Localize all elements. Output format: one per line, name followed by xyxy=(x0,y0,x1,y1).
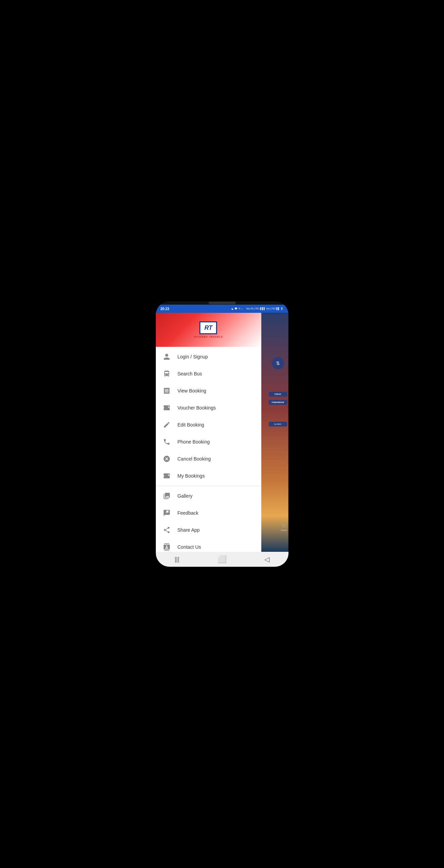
company-name: RISHABH TRAVELS xyxy=(194,335,223,338)
status-time: 20:23 xyxy=(161,307,169,311)
voucher-icon xyxy=(162,403,171,413)
contact-icon xyxy=(162,542,171,552)
search-bus-label: Search Bus xyxy=(178,371,202,376)
gallery-label: Gallery xyxy=(178,493,193,499)
back-nav-button[interactable]: ◁ xyxy=(264,555,269,563)
menu-item-login[interactable]: Login / Signup xyxy=(156,348,261,365)
person-icon xyxy=(162,352,171,361)
receipt-icon xyxy=(162,386,171,396)
notch-bar xyxy=(156,301,289,305)
gallery-icon xyxy=(162,491,171,501)
cancel-icon xyxy=(162,454,171,464)
today-button[interactable]: TODAY xyxy=(269,392,287,397)
right-panel: ⇅ TODAY TOMORROW ELINES ⎋ Share xyxy=(267,313,289,552)
feedback-icon xyxy=(162,508,171,518)
logo-container: RT RISHABH TRAVELS xyxy=(194,321,223,338)
logo-text: RT xyxy=(204,324,213,332)
menu-nav-button[interactable]: ||| xyxy=(175,556,179,563)
menu-item-phone-booking[interactable]: Phone Booking xyxy=(156,433,261,450)
menu-item-contact-us[interactable]: Contact Us xyxy=(156,539,261,552)
phone-frame: 20:23 ◣ 💬 ↻ • Vo) 4G LTE1 ▌▌▌ Vo) LTE2 ▌… xyxy=(156,301,289,567)
menu-list: Login / Signup Search Bus xyxy=(156,347,261,552)
screen: 20:23 ◣ 💬 ↻ • Vo) 4G LTE1 ▌▌▌ Vo) LTE2 ▌… xyxy=(156,305,289,567)
status-bar: 20:23 ◣ 💬 ↻ • Vo) 4G LTE1 ▌▌▌ Vo) LTE2 ▌… xyxy=(156,305,289,313)
status-icons: ◣ 💬 ↻ • Vo) 4G LTE1 ▌▌▌ Vo) LTE2 ▌▌ 🔋 xyxy=(232,307,284,310)
drawer-header: RT RISHABH TRAVELS xyxy=(156,313,261,347)
menu-item-view-booking[interactable]: View Booking xyxy=(156,382,261,399)
share-icon: ⎋ xyxy=(282,522,286,529)
dot-icon: • xyxy=(242,308,242,310)
signal-icon: ◣ xyxy=(232,307,233,310)
menu-item-cancel-booking[interactable]: Cancel Booking xyxy=(156,450,261,467)
my-bookings-icon xyxy=(162,471,171,481)
message-icon: 💬 xyxy=(234,307,237,310)
cancel-booking-label: Cancel Booking xyxy=(178,456,211,462)
menu-item-feedback[interactable]: Feedback xyxy=(156,504,261,521)
content-area: ⇅ TODAY TOMORROW ELINES ⎋ Share RT xyxy=(156,313,289,552)
phone-booking-label: Phone Booking xyxy=(178,439,210,445)
sync-icon: ↻ xyxy=(239,307,241,310)
view-booking-label: View Booking xyxy=(178,388,207,393)
bus-icon xyxy=(162,369,171,379)
menu-item-voucher-bookings[interactable]: Voucher Bookings xyxy=(156,399,261,416)
menu-item-edit-booking[interactable]: Edit Booking xyxy=(156,416,261,433)
share-app-label: Share App xyxy=(178,527,200,533)
share-button[interactable]: ⎋ Share xyxy=(281,522,287,531)
feedback-label: Feedback xyxy=(178,510,198,516)
login-label: Login / Signup xyxy=(178,354,208,359)
navigation-bar: ||| ⬜ ◁ xyxy=(156,552,289,567)
edit-booking-label: Edit Booking xyxy=(178,422,204,428)
menu-item-my-bookings[interactable]: My Bookings xyxy=(156,467,261,484)
guidelines-button[interactable]: ELINES xyxy=(269,422,287,427)
voucher-bookings-label: Voucher Bookings xyxy=(178,405,216,411)
logo-box: RT xyxy=(199,321,217,334)
menu-section-secondary: Gallery Feedback xyxy=(156,486,261,552)
pencil-icon xyxy=(162,420,171,430)
my-bookings-label: My Bookings xyxy=(178,473,205,479)
menu-item-gallery[interactable]: Gallery xyxy=(156,487,261,504)
tomorrow-button[interactable]: TOMORROW xyxy=(269,400,287,405)
swap-button[interactable]: ⇅ xyxy=(272,357,284,369)
share-app-icon xyxy=(162,525,171,535)
phone-icon xyxy=(162,437,171,447)
menu-item-search-bus[interactable]: Search Bus xyxy=(156,365,261,382)
menu-item-share-app[interactable]: Share App xyxy=(156,521,261,539)
lte-icons: Vo) 4G LTE1 ▌▌▌ Vo) LTE2 ▌▌ 🔋 xyxy=(246,307,283,310)
home-nav-button[interactable]: ⬜ xyxy=(217,555,227,564)
navigation-drawer: RT RISHABH TRAVELS Login xyxy=(156,313,261,552)
notch xyxy=(209,302,236,304)
contact-us-label: Contact Us xyxy=(178,544,201,550)
menu-section-main: Login / Signup Search Bus xyxy=(156,347,261,486)
